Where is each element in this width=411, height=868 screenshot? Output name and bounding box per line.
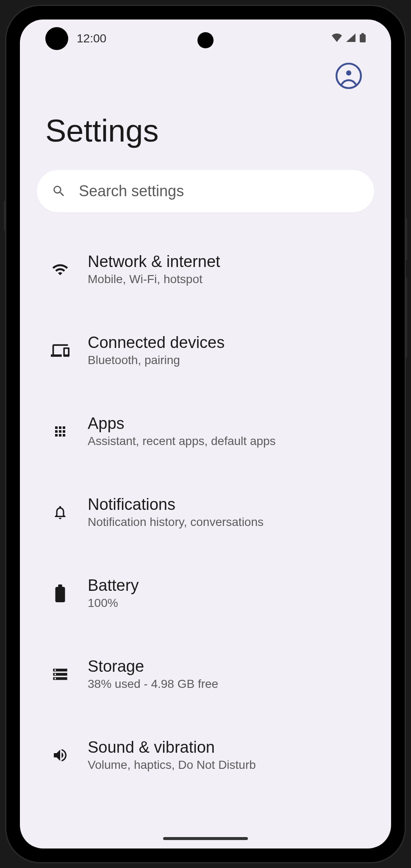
item-title: Sound & vibration [88,738,256,757]
battery-status-icon [360,33,366,44]
settings-item-notifications[interactable]: Notifications Notification history, conv… [37,481,374,544]
phone-inner-frame: 12:00 [15,14,396,854]
item-subtitle: Bluetooth, pairing [88,353,225,367]
item-title: Connected devices [88,334,225,352]
phone-frame: 12:00 [6,6,405,862]
item-subtitle: Volume, haptics, Do Not Disturb [88,758,256,772]
search-placeholder: Search settings [79,182,184,200]
cellular-signal-icon [346,33,355,44]
item-text: Sound & vibration Volume, haptics, Do No… [88,738,256,772]
page-title: Settings [37,113,374,170]
home-indicator[interactable] [163,837,248,840]
settings-item-connected-devices[interactable]: Connected devices Bluetooth, pairing [37,319,374,382]
volume-button[interactable] [405,277,407,358]
devices-icon [50,340,71,361]
item-subtitle: Mobile, Wi-Fi, hotspot [88,273,220,286]
svg-rect-4 [56,587,65,602]
item-text: Network & internet Mobile, Wi-Fi, hotspo… [88,253,220,286]
item-title: Apps [88,415,276,433]
header-section: Settings [37,49,374,170]
item-subtitle: Assistant, recent apps, default apps [88,434,276,448]
svg-rect-5 [58,584,62,588]
wifi-icon [50,259,71,280]
search-icon [52,184,66,198]
storage-icon [50,664,71,685]
item-subtitle: 38% used - 4.98 GB free [88,677,218,691]
camera-notch [197,32,214,48]
svg-rect-0 [360,34,366,42]
apps-grid-icon [50,421,71,442]
wifi-status-icon [332,33,342,44]
item-text: Storage 38% used - 4.98 GB free [88,657,218,691]
account-button[interactable] [334,62,364,92]
settings-list: Network & internet Mobile, Wi-Fi, hotspo… [37,212,374,787]
item-text: Notifications Notification history, conv… [88,495,264,529]
status-right [332,33,366,44]
svg-point-3 [346,70,351,75]
settings-item-sound[interactable]: Sound & vibration Volume, haptics, Do No… [37,723,374,787]
item-text: Connected devices Bluetooth, pairing [88,334,225,367]
status-time: 12:00 [77,32,106,45]
item-title: Network & internet [88,253,220,271]
item-title: Battery [88,576,139,595]
item-title: Storage [88,657,218,676]
power-button[interactable] [405,218,407,260]
account-circle-icon [335,62,363,92]
item-subtitle: Notification history, conversations [88,515,264,529]
item-text: Apps Assistant, recent apps, default app… [88,415,276,448]
svg-point-2 [336,64,361,88]
item-title: Notifications [88,495,264,514]
bell-icon [50,502,71,523]
screen: 12:00 [20,19,391,849]
settings-item-storage[interactable]: Storage 38% used - 4.98 GB free [37,643,374,706]
battery-full-icon [50,583,71,604]
settings-item-apps[interactable]: Apps Assistant, recent apps, default app… [37,400,374,463]
item-text: Battery 100% [88,576,139,610]
status-left: 12:00 [45,27,106,50]
content-area: Settings Search settings Network & in [20,49,391,787]
settings-item-network[interactable]: Network & internet Mobile, Wi-Fi, hotspo… [37,238,374,301]
search-bar[interactable]: Search settings [37,170,374,212]
status-indicator-dot [45,27,68,50]
svg-rect-1 [361,33,364,35]
side-button-left[interactable] [4,201,6,231]
settings-item-battery[interactable]: Battery 100% [37,562,374,625]
volume-icon [50,745,71,766]
item-subtitle: 100% [88,596,139,610]
